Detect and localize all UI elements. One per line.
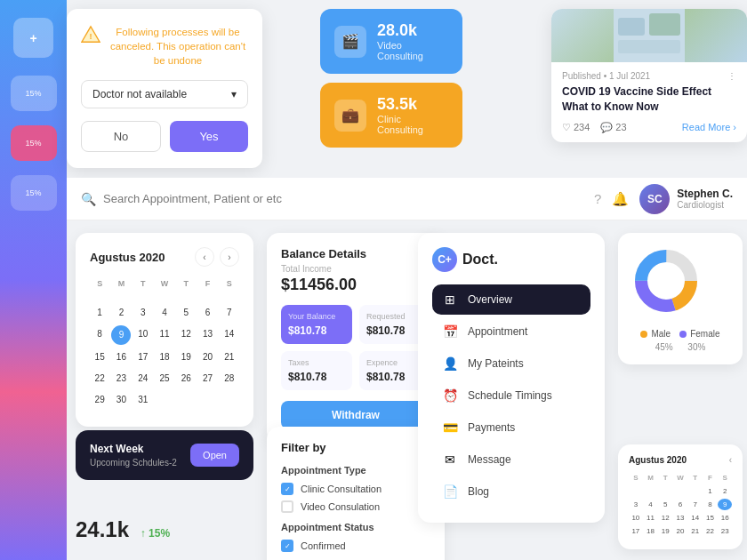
calendar-days-header: S M T W T F S [90, 277, 239, 290]
article-body: Published • 1 Jul 2021 ⋮ COVID 19 Vaccin… [551, 62, 747, 142]
article-like: ♡ 234 [562, 122, 590, 133]
calendar-week-1 [90, 293, 239, 300]
calendar-week-3: 8 9 10 11 12 13 14 [90, 325, 239, 345]
nav-item-payments[interactable]: 💳 Payments [432, 412, 590, 443]
calendar-nav: ‹ › [195, 247, 239, 267]
yes-button[interactable]: Yes [170, 121, 248, 152]
open-button[interactable]: Open [190, 444, 239, 467]
bottom-stat-pct: ↑ 15% [141, 527, 170, 540]
confirmed-row: ✓ Confirmed [281, 540, 430, 552]
female-dot [679, 331, 687, 338]
svg-point-9 [650, 265, 682, 297]
patients-icon: 👤 [441, 356, 459, 371]
warning-icon: ! [81, 25, 100, 44]
heart-icon: ♡ [562, 122, 571, 133]
avatar: SC [639, 184, 670, 214]
user-avatar-area: SC Stephen C. Cardiologist [639, 184, 733, 214]
nav-item-overview[interactable]: ⊞ Overview [432, 284, 590, 315]
nav-item-message[interactable]: ✉ Message [432, 444, 590, 475]
nav-item-appointment[interactable]: 📅 Appointment [432, 316, 590, 347]
calendar-grid: S M T W T F S 1 2 3 4 5 6 7 [90, 277, 239, 409]
nav-item-schedule[interactable]: ⏰ Schedule Timings [432, 380, 590, 411]
calendar-header: Agustus 2020 ‹ › [90, 247, 239, 267]
article-actions: ♡ 234 💬 23 Read More › [562, 122, 736, 133]
chevron-down-icon: ▾ [231, 88, 237, 100]
filter-title: Filter by [281, 441, 326, 454]
bell-icon[interactable]: 🔔 [612, 191, 629, 207]
cancel-dialog: ! Following processes will be canceled. … [67, 9, 262, 168]
calendar-week-6: 29 30 31 [90, 391, 239, 409]
left-sidebar: + 15% 15% 15% [0, 0, 67, 560]
dialog-buttons: No Yes [81, 121, 248, 152]
clinic-label: Clinic Consultation [301, 484, 382, 494]
filter-header: Filter by ↻ [281, 441, 430, 454]
nav-item-patients[interactable]: 👤 My Pateints [432, 348, 590, 379]
doctor-dropdown[interactable]: Doctor not available ▾ [81, 80, 248, 108]
doct-logo: C+ Doct. [432, 247, 590, 272]
next-week-card: Next Week Upcoming Schdules-2 Open [76, 430, 253, 480]
blog-icon: 📄 [441, 484, 459, 499]
mini-cal-row-4: 17 18 19 20 21 22 23 [629, 525, 732, 537]
chart-card: Male Female 45% 30% [618, 233, 743, 364]
nav-item-blog[interactable]: 📄 Blog [432, 476, 590, 507]
doct-logo-icon: C+ [432, 247, 457, 272]
balance-item-1: Your Balance $810.78 [281, 305, 352, 344]
mini-cal-row-2: 3 4 5 6 7 8 9 [629, 499, 732, 510]
search-right-area: ? 🔔 SC Stephen C. Cardiologist [594, 184, 733, 214]
article-image [551, 9, 747, 62]
video-label: Video Consulting [377, 40, 448, 61]
calendar-title: Agustus 2020 [90, 251, 165, 264]
stats-cards: 🎬 28.0k Video Consulting 💼 53.5k Clinic … [320, 9, 462, 148]
more-icon[interactable]: ⋮ [727, 71, 736, 81]
video-icon: 🎬 [334, 26, 366, 58]
user-name: Stephen C. [677, 188, 733, 200]
chart-legend: Male Female [631, 329, 730, 339]
schedule-icon: ⏰ [441, 388, 459, 403]
today-9[interactable]: 9 [111, 325, 131, 345]
overview-icon: ⊞ [441, 292, 459, 307]
next-week-title: Next Week [90, 443, 177, 455]
svg-rect-4 [618, 40, 680, 53]
no-button[interactable]: No [81, 121, 161, 152]
withdraw-button[interactable]: Withdraw [281, 401, 430, 429]
video-value: 28.0k [377, 21, 448, 40]
svg-rect-3 [649, 13, 680, 36]
mini-calendar: Agustus 2020 ‹ S M T W T F S . . . . . 1… [618, 444, 743, 549]
next-month-button[interactable]: › [220, 247, 239, 267]
search-input[interactable] [103, 192, 587, 205]
sidebar-item-1[interactable]: 15% [11, 76, 57, 111]
read-more-link[interactable]: Read More › [682, 122, 736, 132]
dropdown-label: Doctor not available [92, 88, 187, 100]
calendar-week-4: 15 16 17 18 19 20 21 [90, 348, 239, 366]
next-week-info: Next Week Upcoming Schdules-2 [90, 443, 177, 468]
balance-title: Balance Details [281, 247, 430, 260]
video-consultation-row: Video Consulation [281, 500, 430, 513]
mini-today[interactable]: 9 [718, 499, 732, 510]
video-consulting-card: 🎬 28.0k Video Consulting [320, 9, 462, 74]
mini-cal-title: Agustus 2020 [629, 455, 687, 465]
confirmed-checkbox[interactable]: ✓ [281, 540, 293, 552]
status-label: Appointment Status [281, 522, 430, 532]
sidebar-item-3[interactable]: 15% [11, 175, 57, 211]
clinic-stat-info: 53.5k Clinic Consulting [377, 95, 448, 135]
balance-item-3: Taxes $810.78 [281, 351, 352, 390]
article-card: Published • 1 Jul 2021 ⋮ COVID 19 Vaccin… [551, 9, 747, 142]
total-value: $11456.00 [281, 276, 430, 294]
next-week-subtitle: Upcoming Schdules-2 [90, 458, 177, 468]
appointment-icon: 📅 [441, 324, 459, 339]
clinic-checkbox[interactable]: ✓ [281, 483, 293, 495]
total-label: Total Income [281, 264, 430, 274]
appointment-type-label: Appointment Type [281, 465, 430, 476]
clinic-value: 53.5k [377, 95, 448, 114]
mini-cal-prev[interactable]: ‹ [729, 455, 732, 465]
prev-month-button[interactable]: ‹ [195, 247, 214, 267]
clinic-consultation-row: ✓ Clinic Consultation [281, 483, 430, 495]
mini-cal-days-head: S M T W T F S [629, 472, 732, 484]
payments-icon: 💳 [441, 420, 459, 435]
help-icon[interactable]: ? [594, 191, 601, 206]
clinic-label: Clinic Consulting [377, 114, 448, 135]
sidebar-item-2[interactable]: 15% [11, 125, 57, 161]
warning-text: Following processes will be canceled. Th… [108, 25, 248, 68]
pie-chart [631, 245, 702, 316]
video-checkbox[interactable] [281, 500, 293, 513]
